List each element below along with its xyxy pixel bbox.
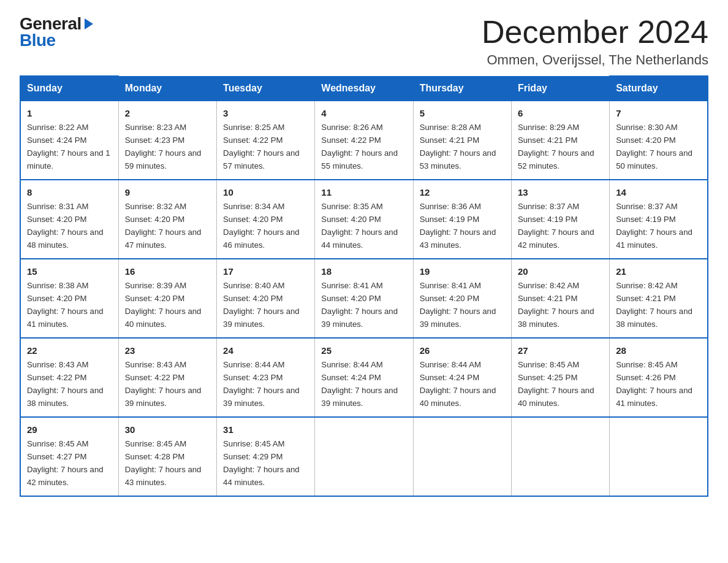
day-number: 17 <box>223 264 308 278</box>
calendar-cell: 4Sunrise: 8:26 AMSunset: 4:22 PMDaylight… <box>315 101 413 180</box>
day-info: Sunrise: 8:44 AMSunset: 4:23 PMDaylight:… <box>223 360 300 408</box>
calendar-week-row-2: 8Sunrise: 8:31 AMSunset: 4:20 PMDaylight… <box>20 180 708 259</box>
calendar-cell: 30Sunrise: 8:45 AMSunset: 4:28 PMDayligh… <box>118 417 216 496</box>
day-info: Sunrise: 8:44 AMSunset: 4:24 PMDaylight:… <box>420 360 496 408</box>
calendar-cell: 20Sunrise: 8:42 AMSunset: 4:21 PMDayligh… <box>511 259 609 338</box>
header-tuesday: Tuesday <box>217 76 315 101</box>
day-number: 31 <box>223 423 308 437</box>
day-info: Sunrise: 8:40 AMSunset: 4:20 PMDaylight:… <box>223 281 300 329</box>
calendar-week-row-1: 1Sunrise: 8:22 AMSunset: 4:24 PMDaylight… <box>20 101 708 180</box>
day-number: 7 <box>616 106 701 120</box>
day-number: 15 <box>27 264 112 278</box>
day-info: Sunrise: 8:36 AMSunset: 4:19 PMDaylight:… <box>420 202 496 250</box>
day-info: Sunrise: 8:22 AMSunset: 4:24 PMDaylight:… <box>27 123 110 170</box>
day-info: Sunrise: 8:37 AMSunset: 4:19 PMDaylight:… <box>616 202 692 250</box>
day-number: 3 <box>223 106 308 120</box>
day-info: Sunrise: 8:45 AMSunset: 4:29 PMDaylight:… <box>223 439 300 487</box>
day-info: Sunrise: 8:28 AMSunset: 4:21 PMDaylight:… <box>420 123 496 170</box>
calendar-cell: 3Sunrise: 8:25 AMSunset: 4:22 PMDaylight… <box>217 101 315 180</box>
calendar-cell: 12Sunrise: 8:36 AMSunset: 4:19 PMDayligh… <box>413 180 511 259</box>
day-info: Sunrise: 8:38 AMSunset: 4:20 PMDaylight:… <box>27 281 104 329</box>
header-wednesday: Wednesday <box>315 76 413 101</box>
day-info: Sunrise: 8:41 AMSunset: 4:20 PMDaylight:… <box>420 281 496 329</box>
calendar-cell: 5Sunrise: 8:28 AMSunset: 4:21 PMDaylight… <box>413 101 511 180</box>
calendar-week-row-4: 22Sunrise: 8:43 AMSunset: 4:22 PMDayligh… <box>20 338 708 417</box>
day-number: 6 <box>518 106 603 120</box>
calendar-cell: 18Sunrise: 8:41 AMSunset: 4:20 PMDayligh… <box>315 259 413 338</box>
day-number: 29 <box>27 423 112 437</box>
header-sunday: Sunday <box>20 76 118 101</box>
day-info: Sunrise: 8:31 AMSunset: 4:20 PMDaylight:… <box>27 202 104 250</box>
day-number: 27 <box>518 343 603 358</box>
day-info: Sunrise: 8:41 AMSunset: 4:20 PMDaylight:… <box>321 281 398 329</box>
day-info: Sunrise: 8:44 AMSunset: 4:24 PMDaylight:… <box>321 360 398 408</box>
day-number: 22 <box>27 343 112 358</box>
title-block: December 2024 Ommen, Overijssel, The Net… <box>482 15 708 68</box>
day-number: 9 <box>125 185 210 199</box>
day-number: 28 <box>616 343 701 358</box>
logo-blue: Blue <box>20 31 56 50</box>
calendar-cell: 16Sunrise: 8:39 AMSunset: 4:20 PMDayligh… <box>118 259 216 338</box>
day-info: Sunrise: 8:45 AMSunset: 4:25 PMDaylight:… <box>518 360 594 408</box>
day-info: Sunrise: 8:30 AMSunset: 4:20 PMDaylight:… <box>616 123 692 170</box>
day-number: 14 <box>616 185 701 199</box>
calendar-cell: 17Sunrise: 8:40 AMSunset: 4:20 PMDayligh… <box>217 259 315 338</box>
day-number: 8 <box>27 185 112 199</box>
calendar-table: Sunday Monday Tuesday Wednesday Thursday… <box>20 75 708 497</box>
day-info: Sunrise: 8:32 AMSunset: 4:20 PMDaylight:… <box>125 202 202 250</box>
day-number: 5 <box>420 106 505 120</box>
calendar-cell <box>315 417 413 496</box>
calendar-cell: 8Sunrise: 8:31 AMSunset: 4:20 PMDaylight… <box>20 180 118 259</box>
calendar-cell: 1Sunrise: 8:22 AMSunset: 4:24 PMDaylight… <box>20 101 118 180</box>
calendar-cell: 25Sunrise: 8:44 AMSunset: 4:24 PMDayligh… <box>315 338 413 417</box>
day-number: 30 <box>125 423 210 437</box>
day-info: Sunrise: 8:35 AMSunset: 4:20 PMDaylight:… <box>321 202 398 250</box>
day-number: 18 <box>321 264 406 278</box>
day-number: 25 <box>321 343 406 358</box>
day-number: 4 <box>321 106 406 120</box>
calendar-cell <box>610 417 708 496</box>
header-friday: Friday <box>511 76 609 101</box>
day-number: 1 <box>27 106 112 120</box>
day-number: 19 <box>420 264 505 278</box>
day-info: Sunrise: 8:42 AMSunset: 4:21 PMDaylight:… <box>518 281 594 329</box>
logo: General Blue <box>20 15 96 50</box>
calendar-cell: 28Sunrise: 8:45 AMSunset: 4:26 PMDayligh… <box>610 338 708 417</box>
day-info: Sunrise: 8:26 AMSunset: 4:22 PMDaylight:… <box>321 123 398 170</box>
calendar-cell: 26Sunrise: 8:44 AMSunset: 4:24 PMDayligh… <box>413 338 511 417</box>
calendar-cell: 29Sunrise: 8:45 AMSunset: 4:27 PMDayligh… <box>20 417 118 496</box>
day-info: Sunrise: 8:42 AMSunset: 4:21 PMDaylight:… <box>616 281 692 329</box>
day-info: Sunrise: 8:45 AMSunset: 4:27 PMDaylight:… <box>27 439 104 487</box>
calendar-cell: 11Sunrise: 8:35 AMSunset: 4:20 PMDayligh… <box>315 180 413 259</box>
calendar-cell: 31Sunrise: 8:45 AMSunset: 4:29 PMDayligh… <box>217 417 315 496</box>
day-number: 12 <box>420 185 505 199</box>
calendar-cell: 7Sunrise: 8:30 AMSunset: 4:20 PMDaylight… <box>610 101 708 180</box>
calendar-cell: 13Sunrise: 8:37 AMSunset: 4:19 PMDayligh… <box>511 180 609 259</box>
calendar-cell: 23Sunrise: 8:43 AMSunset: 4:22 PMDayligh… <box>118 338 216 417</box>
day-info: Sunrise: 8:39 AMSunset: 4:20 PMDaylight:… <box>125 281 202 329</box>
calendar-week-row-5: 29Sunrise: 8:45 AMSunset: 4:27 PMDayligh… <box>20 417 708 496</box>
day-number: 24 <box>223 343 308 358</box>
calendar-cell: 15Sunrise: 8:38 AMSunset: 4:20 PMDayligh… <box>20 259 118 338</box>
day-number: 16 <box>125 264 210 278</box>
day-number: 10 <box>223 185 308 199</box>
day-info: Sunrise: 8:29 AMSunset: 4:21 PMDaylight:… <box>518 123 594 170</box>
header-monday: Monday <box>118 76 216 101</box>
day-number: 11 <box>321 185 406 199</box>
day-number: 23 <box>125 343 210 358</box>
calendar-cell: 24Sunrise: 8:44 AMSunset: 4:23 PMDayligh… <box>217 338 315 417</box>
day-number: 21 <box>616 264 701 278</box>
calendar-cell <box>511 417 609 496</box>
location-subtitle: Ommen, Overijssel, The Netherlands <box>482 52 708 68</box>
calendar-week-row-3: 15Sunrise: 8:38 AMSunset: 4:20 PMDayligh… <box>20 259 708 338</box>
calendar-cell: 6Sunrise: 8:29 AMSunset: 4:21 PMDaylight… <box>511 101 609 180</box>
day-info: Sunrise: 8:43 AMSunset: 4:22 PMDaylight:… <box>125 360 202 408</box>
calendar-cell: 2Sunrise: 8:23 AMSunset: 4:23 PMDaylight… <box>118 101 216 180</box>
calendar-header-row: Sunday Monday Tuesday Wednesday Thursday… <box>20 76 708 101</box>
svg-marker-0 <box>85 18 93 29</box>
day-info: Sunrise: 8:45 AMSunset: 4:28 PMDaylight:… <box>125 439 202 487</box>
calendar-cell: 9Sunrise: 8:32 AMSunset: 4:20 PMDaylight… <box>118 180 216 259</box>
day-info: Sunrise: 8:34 AMSunset: 4:20 PMDaylight:… <box>223 202 300 250</box>
calendar-cell: 14Sunrise: 8:37 AMSunset: 4:19 PMDayligh… <box>610 180 708 259</box>
day-info: Sunrise: 8:45 AMSunset: 4:26 PMDaylight:… <box>616 360 692 408</box>
